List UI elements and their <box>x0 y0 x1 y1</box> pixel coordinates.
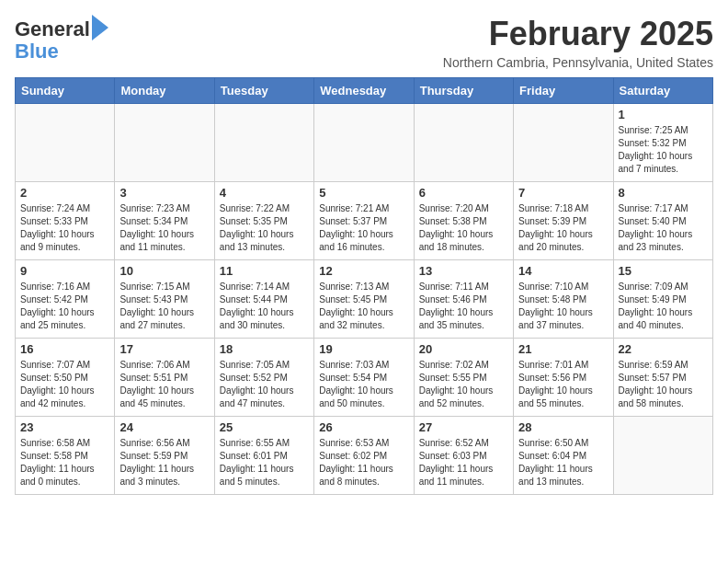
day-info: Sunrise: 7:03 AM Sunset: 5:54 PM Dayligh… <box>319 359 408 410</box>
calendar-cell: 14Sunrise: 7:10 AM Sunset: 5:48 PM Dayli… <box>514 260 613 339</box>
calendar-cell: 20Sunrise: 7:02 AM Sunset: 5:55 PM Dayli… <box>414 339 513 417</box>
day-number: 21 <box>518 342 608 356</box>
day-info: Sunrise: 6:58 AM Sunset: 5:58 PM Dayligh… <box>20 437 109 488</box>
day-number: 19 <box>319 342 408 356</box>
calendar-cell: 10Sunrise: 7:15 AM Sunset: 5:43 PM Dayli… <box>115 260 214 339</box>
day-number: 4 <box>220 186 309 200</box>
calendar-cell: 2Sunrise: 7:24 AM Sunset: 5:33 PM Daylig… <box>16 182 115 260</box>
calendar-cell <box>414 104 513 182</box>
day-number: 9 <box>20 264 109 278</box>
day-info: Sunrise: 6:55 AM Sunset: 6:01 PM Dayligh… <box>220 437 309 488</box>
col-header-monday: Monday <box>115 78 214 104</box>
calendar-cell: 16Sunrise: 7:07 AM Sunset: 5:50 PM Dayli… <box>16 339 115 417</box>
logo-arrow-icon <box>92 15 108 40</box>
day-info: Sunrise: 7:21 AM Sunset: 5:37 PM Dayligh… <box>319 202 408 254</box>
logo: General Blue <box>15 18 108 63</box>
day-number: 6 <box>419 186 508 200</box>
calendar-cell: 12Sunrise: 7:13 AM Sunset: 5:45 PM Dayli… <box>314 260 414 339</box>
month-year-title: February 2025 <box>443 15 713 53</box>
day-number: 1 <box>619 108 708 121</box>
day-number: 12 <box>319 264 408 278</box>
calendar-cell: 25Sunrise: 6:55 AM Sunset: 6:01 PM Dayli… <box>214 417 313 495</box>
calendar-cell: 15Sunrise: 7:09 AM Sunset: 5:49 PM Dayli… <box>613 260 712 339</box>
day-info: Sunrise: 7:09 AM Sunset: 5:49 PM Dayligh… <box>619 281 708 332</box>
day-number: 14 <box>518 264 608 278</box>
day-number: 8 <box>619 186 708 200</box>
calendar-cell: 3Sunrise: 7:23 AM Sunset: 5:34 PM Daylig… <box>115 182 214 260</box>
day-number: 10 <box>119 264 209 278</box>
day-info: Sunrise: 6:53 AM Sunset: 6:02 PM Dayligh… <box>319 437 408 488</box>
col-header-sunday: Sunday <box>16 78 115 104</box>
day-number: 5 <box>319 186 408 200</box>
day-number: 26 <box>319 420 408 434</box>
calendar-week-row: 1Sunrise: 7:25 AM Sunset: 5:32 PM Daylig… <box>16 104 713 182</box>
calendar-cell: 23Sunrise: 6:58 AM Sunset: 5:58 PM Dayli… <box>16 417 115 495</box>
calendar-cell: 9Sunrise: 7:16 AM Sunset: 5:42 PM Daylig… <box>16 260 115 339</box>
calendar-cell: 21Sunrise: 7:01 AM Sunset: 5:56 PM Dayli… <box>514 339 613 417</box>
calendar-cell: 27Sunrise: 6:52 AM Sunset: 6:03 PM Dayli… <box>414 417 513 495</box>
calendar-cell: 26Sunrise: 6:53 AM Sunset: 6:02 PM Dayli… <box>314 417 414 495</box>
day-info: Sunrise: 7:10 AM Sunset: 5:48 PM Dayligh… <box>518 281 608 332</box>
day-number: 11 <box>220 264 309 278</box>
calendar-cell: 1Sunrise: 7:25 AM Sunset: 5:32 PM Daylig… <box>613 104 712 182</box>
day-info: Sunrise: 7:20 AM Sunset: 5:38 PM Dayligh… <box>419 202 508 254</box>
calendar-table: SundayMondayTuesdayWednesdayThursdayFrid… <box>15 77 713 495</box>
logo-blue-text: Blue <box>15 40 59 63</box>
day-info: Sunrise: 7:06 AM Sunset: 5:51 PM Dayligh… <box>119 359 209 410</box>
calendar-cell: 11Sunrise: 7:14 AM Sunset: 5:44 PM Dayli… <box>214 260 313 339</box>
day-number: 25 <box>220 420 309 434</box>
day-info: Sunrise: 7:17 AM Sunset: 5:40 PM Dayligh… <box>619 202 708 254</box>
title-block: February 2025 Northern Cambria, Pennsylv… <box>443 15 713 70</box>
calendar-cell: 19Sunrise: 7:03 AM Sunset: 5:54 PM Dayli… <box>314 339 414 417</box>
day-info: Sunrise: 7:24 AM Sunset: 5:33 PM Dayligh… <box>20 202 109 254</box>
day-info: Sunrise: 7:15 AM Sunset: 5:43 PM Dayligh… <box>119 281 209 332</box>
col-header-thursday: Thursday <box>414 78 513 104</box>
calendar-week-row: 2Sunrise: 7:24 AM Sunset: 5:33 PM Daylig… <box>16 182 713 260</box>
day-number: 18 <box>220 342 309 356</box>
day-number: 24 <box>119 420 209 434</box>
day-number: 3 <box>119 186 209 200</box>
day-info: Sunrise: 7:05 AM Sunset: 5:52 PM Dayligh… <box>220 359 309 410</box>
day-info: Sunrise: 6:59 AM Sunset: 5:57 PM Dayligh… <box>619 359 708 410</box>
day-info: Sunrise: 7:07 AM Sunset: 5:50 PM Dayligh… <box>20 359 109 410</box>
calendar-cell <box>115 104 214 182</box>
calendar-week-row: 16Sunrise: 7:07 AM Sunset: 5:50 PM Dayli… <box>16 339 713 417</box>
day-number: 22 <box>619 342 708 356</box>
day-info: Sunrise: 7:22 AM Sunset: 5:35 PM Dayligh… <box>220 202 309 254</box>
day-info: Sunrise: 7:13 AM Sunset: 5:45 PM Dayligh… <box>319 281 408 332</box>
calendar-cell <box>514 104 613 182</box>
col-header-friday: Friday <box>514 78 613 104</box>
day-info: Sunrise: 7:18 AM Sunset: 5:39 PM Dayligh… <box>518 202 608 254</box>
day-info: Sunrise: 7:25 AM Sunset: 5:32 PM Dayligh… <box>619 124 708 176</box>
day-number: 2 <box>20 186 109 200</box>
calendar-cell: 6Sunrise: 7:20 AM Sunset: 5:38 PM Daylig… <box>414 182 513 260</box>
day-info: Sunrise: 7:14 AM Sunset: 5:44 PM Dayligh… <box>220 281 309 332</box>
location-subtitle: Northern Cambria, Pennsylvania, United S… <box>443 55 713 70</box>
day-info: Sunrise: 7:23 AM Sunset: 5:34 PM Dayligh… <box>119 202 209 254</box>
day-info: Sunrise: 7:16 AM Sunset: 5:42 PM Dayligh… <box>20 281 109 332</box>
calendar-cell: 18Sunrise: 7:05 AM Sunset: 5:52 PM Dayli… <box>214 339 313 417</box>
day-info: Sunrise: 7:11 AM Sunset: 5:46 PM Dayligh… <box>419 281 508 332</box>
calendar-cell: 7Sunrise: 7:18 AM Sunset: 5:39 PM Daylig… <box>514 182 613 260</box>
day-number: 23 <box>20 420 109 434</box>
col-header-tuesday: Tuesday <box>214 78 313 104</box>
calendar-cell <box>16 104 115 182</box>
calendar-header-row: SundayMondayTuesdayWednesdayThursdayFrid… <box>16 78 713 104</box>
day-number: 13 <box>419 264 508 278</box>
calendar-week-row: 9Sunrise: 7:16 AM Sunset: 5:42 PM Daylig… <box>16 260 713 339</box>
day-number: 17 <box>119 342 209 356</box>
calendar-cell <box>613 417 712 495</box>
calendar-cell: 28Sunrise: 6:50 AM Sunset: 6:04 PM Dayli… <box>514 417 613 495</box>
day-info: Sunrise: 7:02 AM Sunset: 5:55 PM Dayligh… <box>419 359 508 410</box>
calendar-cell <box>214 104 313 182</box>
calendar-cell: 22Sunrise: 6:59 AM Sunset: 5:57 PM Dayli… <box>613 339 712 417</box>
day-number: 7 <box>518 186 608 200</box>
day-number: 28 <box>518 420 608 434</box>
day-number: 20 <box>419 342 508 356</box>
col-header-saturday: Saturday <box>613 78 712 104</box>
col-header-wednesday: Wednesday <box>314 78 414 104</box>
calendar-cell: 13Sunrise: 7:11 AM Sunset: 5:46 PM Dayli… <box>414 260 513 339</box>
calendar-cell: 8Sunrise: 7:17 AM Sunset: 5:40 PM Daylig… <box>613 182 712 260</box>
day-info: Sunrise: 7:01 AM Sunset: 5:56 PM Dayligh… <box>518 359 608 410</box>
calendar-cell: 17Sunrise: 7:06 AM Sunset: 5:51 PM Dayli… <box>115 339 214 417</box>
